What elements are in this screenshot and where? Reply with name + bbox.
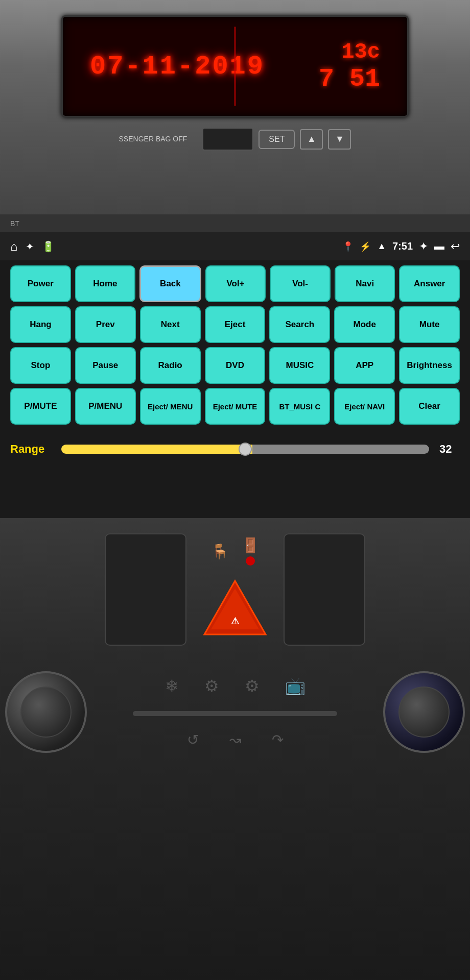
bt-strip: BT bbox=[0, 214, 470, 232]
knob-row: ❄ ⚙ ⚙ 📺 ↺ ↝ ↷ bbox=[0, 671, 470, 753]
display-time: 7 51 bbox=[319, 64, 380, 93]
battery-icon: 🔋 bbox=[42, 240, 55, 253]
bottom-temp-slider[interactable] bbox=[133, 711, 337, 716]
p-menu-button[interactable]: P/MENU bbox=[75, 388, 136, 425]
ac-icon-2: ↝ bbox=[229, 731, 241, 748]
range-slider-thumb bbox=[239, 443, 252, 456]
search-button[interactable]: Search bbox=[269, 306, 330, 343]
display-temp: 13c bbox=[341, 40, 380, 64]
back-icon: ↩ bbox=[451, 240, 460, 253]
screen-icon: ▬ bbox=[434, 240, 444, 252]
vent-icons-row: ❄ ⚙ ⚙ 📺 bbox=[165, 676, 306, 696]
brightness-button[interactable]: Brightness bbox=[399, 347, 460, 384]
mute-button[interactable]: Mute bbox=[399, 306, 460, 343]
mode-button[interactable]: Mode bbox=[334, 306, 395, 343]
seat-heat-icon: 🪑 bbox=[211, 543, 229, 560]
right-vent bbox=[284, 533, 365, 646]
controls-row: SSENGER BAG OFF SET ▲ ▼ bbox=[119, 128, 351, 151]
navi-button[interactable]: Navi bbox=[335, 265, 395, 302]
door-warning-dot bbox=[246, 556, 255, 566]
button-row-4: P/MUTE P/MENU Eject/ MENU Eject/ MUTE BT… bbox=[10, 388, 460, 425]
pause-button[interactable]: Pause bbox=[75, 347, 136, 384]
svg-text:⚠: ⚠ bbox=[231, 616, 240, 626]
status-time: 7:51 bbox=[392, 240, 413, 252]
center-hazard-area: 🪑 🚪 ⚠ bbox=[202, 537, 268, 642]
eject-menu-button[interactable]: Eject/ MENU bbox=[140, 388, 201, 425]
eject-navi-button[interactable]: Eject/ NAVI bbox=[334, 388, 395, 425]
app-button[interactable]: APP bbox=[334, 347, 395, 384]
button-row-2: Hang Prev Next Eject Search Mode Mute bbox=[10, 306, 460, 343]
status-right: 📍 ⚡ ▲ 7:51 ✦ ▬ ↩ bbox=[342, 240, 460, 253]
range-slider-track bbox=[61, 445, 429, 454]
button-row-3: Stop Pause Radio DVD MUSIC APP Brightnes… bbox=[10, 347, 460, 384]
vol-down-button[interactable]: Vol- bbox=[270, 265, 331, 302]
dashboard-top: 07-11-2019 13c 7 51 SSENGER BAG OFF SET … bbox=[0, 0, 470, 214]
vent-icon-3: ⚙ bbox=[245, 676, 260, 696]
ac-icon-1: ↺ bbox=[187, 731, 199, 748]
head-unit: ⌂ ✦ 🔋 📍 ⚡ ▲ 7:51 ✦ ▬ ↩ Power Home Back V… bbox=[0, 232, 470, 518]
card-slot bbox=[202, 128, 253, 151]
passenger-label: SSENGER BAG OFF bbox=[119, 134, 187, 143]
ac-icons-row: ↺ ↝ ↷ bbox=[187, 731, 284, 748]
wifi-icon: ▲ bbox=[377, 241, 386, 252]
home-button[interactable]: Home bbox=[75, 265, 136, 302]
left-knob[interactable] bbox=[5, 671, 87, 753]
hang-button[interactable]: Hang bbox=[10, 306, 71, 343]
center-controls-bottom: ❄ ⚙ ⚙ 📺 ↺ ↝ ↷ bbox=[87, 671, 383, 753]
ac-icon-3: ↷ bbox=[272, 731, 284, 748]
clear-button[interactable]: Clear bbox=[399, 388, 460, 425]
button-row-1: Power Home Back Vol+ Vol- Navi Answer bbox=[10, 265, 460, 302]
status-bar: ⌂ ✦ 🔋 📍 ⚡ ▲ 7:51 ✦ ▬ ↩ bbox=[0, 232, 470, 260]
vent-icon-4: 📺 bbox=[285, 676, 306, 696]
next-button[interactable]: Next bbox=[140, 306, 201, 343]
left-knob-inner bbox=[20, 687, 72, 738]
range-row: Range 32 bbox=[0, 434, 470, 462]
right-knob-inner bbox=[398, 687, 450, 738]
display-date: 07-11-2019 bbox=[90, 52, 265, 82]
prev-button[interactable]: Prev bbox=[75, 306, 136, 343]
range-slider-container[interactable] bbox=[61, 442, 429, 457]
location-icon: 📍 bbox=[342, 241, 354, 252]
up-arrow-button[interactable]: ▲ bbox=[300, 129, 323, 150]
vol-up-button[interactable]: Vol+ bbox=[205, 265, 266, 302]
door-icon-area: 🚪 bbox=[242, 537, 260, 566]
car-middle: 🪑 🚪 ⚠ bbox=[0, 518, 470, 661]
bt-music-button[interactable]: BT_MUSI C bbox=[269, 388, 330, 425]
p-mute-button[interactable]: P/MUTE bbox=[10, 388, 71, 425]
power-button[interactable]: Power bbox=[10, 265, 71, 302]
radio-button[interactable]: Radio bbox=[140, 347, 201, 384]
bottom-dashboard: ❄ ⚙ ⚙ 📺 ↺ ↝ ↷ bbox=[0, 661, 470, 980]
down-arrow-button[interactable]: ▼ bbox=[328, 129, 351, 150]
bluetooth-icon: ⚡ bbox=[360, 241, 371, 252]
vent-icon-1: ❄ bbox=[165, 676, 179, 696]
dvd-button[interactable]: DVD bbox=[205, 347, 266, 384]
range-label: Range bbox=[10, 443, 51, 456]
right-knob[interactable] bbox=[383, 671, 465, 753]
bt-label: BT bbox=[10, 219, 19, 228]
stop-button[interactable]: Stop bbox=[10, 347, 71, 384]
usb-icon: ✦ bbox=[26, 240, 34, 253]
red-display: 07-11-2019 13c 7 51 bbox=[61, 15, 409, 117]
eject-mute-button[interactable]: Eject/ MUTE bbox=[205, 388, 266, 425]
answer-button[interactable]: Answer bbox=[399, 265, 460, 302]
hazard-top-row: 🪑 🚪 bbox=[211, 537, 260, 566]
display-info: 13c 7 51 bbox=[319, 40, 380, 93]
set-button[interactable]: SET bbox=[258, 130, 295, 149]
eject-button[interactable]: Eject bbox=[205, 306, 266, 343]
hazard-button[interactable]: ⚠ bbox=[202, 576, 268, 642]
status-left: ⌂ ✦ 🔋 bbox=[10, 239, 55, 254]
vent-icon-2: ⚙ bbox=[204, 676, 219, 696]
brightness-icon: ✦ bbox=[419, 240, 428, 253]
left-vent bbox=[105, 533, 186, 646]
door-icon: 🚪 bbox=[242, 537, 260, 554]
home-icon: ⌂ bbox=[10, 239, 18, 254]
back-button[interactable]: Back bbox=[139, 265, 201, 302]
range-value: 32 bbox=[439, 443, 460, 456]
music-button[interactable]: MUSIC bbox=[269, 347, 330, 384]
buttons-area: Power Home Back Vol+ Vol- Navi Answer Ha… bbox=[0, 260, 470, 434]
